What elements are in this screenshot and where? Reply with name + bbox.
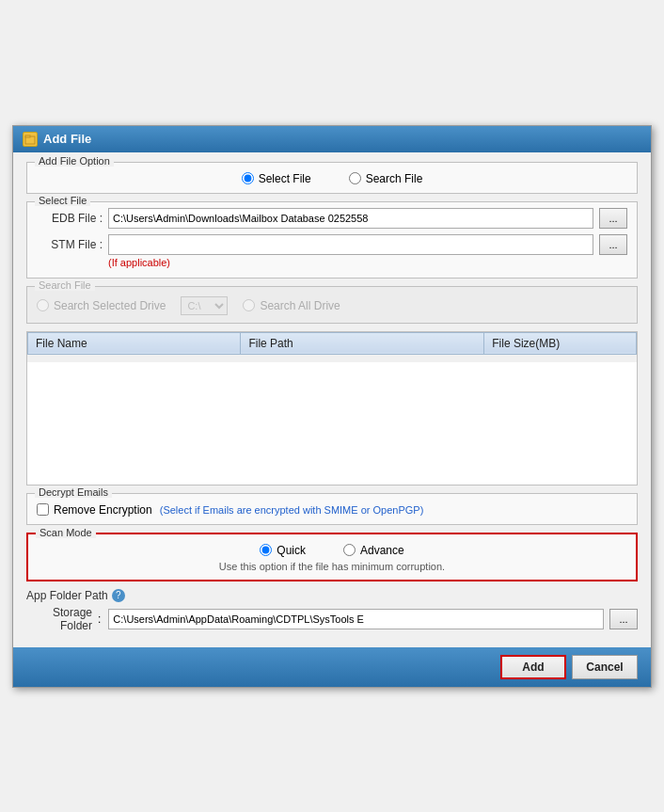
search-selected-drive-label: Search Selected Drive — [54, 299, 166, 312]
select-file-section: Select File EDB File : ... STM File : ..… — [26, 201, 638, 279]
quick-scan-label: Quick — [277, 544, 306, 557]
stm-file-row: STM File : ... — [37, 234, 627, 255]
search-selected-drive-radio — [37, 299, 49, 311]
search-file-option[interactable]: Search File — [349, 172, 423, 185]
search-file-label: Search File — [366, 172, 423, 185]
cancel-button[interactable]: Cancel — [572, 655, 638, 679]
app-folder-section: App Folder Path ? Storage Folder : ... — [26, 589, 638, 632]
edb-input[interactable] — [108, 208, 593, 229]
decrypt-note: (Select if Emails are encrypted with SMI… — [160, 504, 424, 516]
stm-browse-button[interactable]: ... — [599, 234, 627, 255]
select-file-label: Select File — [259, 172, 311, 185]
search-file-row: Search Selected Drive C:\ Search All Dri… — [37, 293, 627, 315]
quick-scan-radio[interactable] — [260, 544, 272, 556]
quick-scan-option[interactable]: Quick — [260, 544, 306, 557]
dialog-footer: Add Cancel — [13, 647, 651, 687]
storage-folder-browse-button[interactable]: ... — [609, 609, 638, 629]
remove-encryption-label: Remove Encryption — [54, 503, 152, 517]
search-all-drive-option: Search All Drive — [243, 299, 340, 312]
scan-mode-radio-row: Quick Advance — [38, 540, 626, 557]
storage-folder-input[interactable] — [108, 609, 604, 629]
search-selected-drive-option: Search Selected Drive — [37, 299, 166, 312]
storage-folder-label: Storage Folder — [26, 606, 92, 632]
edb-label: EDB File : — [37, 212, 103, 225]
add-file-dialog: Add File Add File Option Select File Sea… — [12, 125, 652, 688]
file-table: File Name File Path File Size(MB) — [27, 332, 637, 355]
add-file-option-radio-row: Select File Search File — [37, 168, 627, 185]
dialog-title: Add File — [43, 132, 91, 146]
remove-encryption-checkbox[interactable] — [37, 503, 49, 516]
drive-select: C:\ — [181, 296, 228, 315]
advance-scan-option[interactable]: Advance — [343, 544, 404, 557]
select-file-section-label: Select File — [35, 195, 90, 206]
advance-scan-label: Advance — [360, 544, 404, 557]
title-bar: Add File — [13, 126, 651, 152]
scan-mode-description: Use this option if the file has minimum … — [38, 561, 626, 572]
file-table-wrapper: File Name File Path File Size(MB) — [26, 331, 638, 486]
select-file-option[interactable]: Select File — [242, 172, 311, 185]
dialog-body: Add File Option Select File Search File … — [13, 152, 651, 647]
remove-encryption-option[interactable]: Remove Encryption — [37, 503, 152, 517]
search-all-drive-label: Search All Drive — [260, 299, 340, 312]
search-file-radio[interactable] — [349, 172, 361, 184]
decrypt-emails-section: Decrypt Emails Remove Encryption (Select… — [26, 493, 638, 525]
scan-mode-section: Scan Mode Quick Advance Use this option … — [26, 533, 638, 581]
stm-input[interactable] — [108, 234, 593, 255]
col-filename: File Name — [28, 332, 241, 354]
edb-file-row: EDB File : ... — [37, 208, 627, 229]
stm-label: STM File : — [37, 238, 103, 251]
file-table-body — [27, 362, 637, 485]
search-file-section-label: Search File — [35, 279, 95, 291]
col-filepath: File Path — [241, 332, 484, 354]
add-file-option-label: Add File Option — [35, 155, 114, 167]
dialog-icon — [23, 132, 38, 147]
edb-browse-button[interactable]: ... — [599, 208, 627, 229]
search-file-section: Search File Search Selected Drive C:\ Se… — [26, 286, 638, 324]
decrypt-row: Remove Encryption (Select if Emails are … — [37, 500, 627, 517]
if-applicable-text: (If applicable) — [108, 257, 627, 268]
decrypt-emails-label: Decrypt Emails — [35, 486, 112, 498]
app-folder-path-label: App Folder Path — [26, 589, 108, 602]
app-folder-help-icon[interactable]: ? — [112, 589, 125, 602]
select-file-radio[interactable] — [242, 172, 254, 184]
add-file-option-section: Add File Option Select File Search File — [26, 162, 638, 194]
storage-folder-separator: : — [98, 613, 101, 626]
add-button[interactable]: Add — [500, 655, 566, 679]
advance-scan-radio[interactable] — [343, 544, 356, 556]
scan-mode-label: Scan Mode — [36, 527, 96, 538]
search-all-drive-radio — [243, 299, 255, 311]
col-filesize: File Size(MB) — [484, 332, 637, 354]
app-folder-label-row: App Folder Path ? — [26, 589, 638, 602]
storage-folder-row: Storage Folder : ... — [26, 606, 638, 632]
svg-rect-1 — [25, 135, 30, 137]
